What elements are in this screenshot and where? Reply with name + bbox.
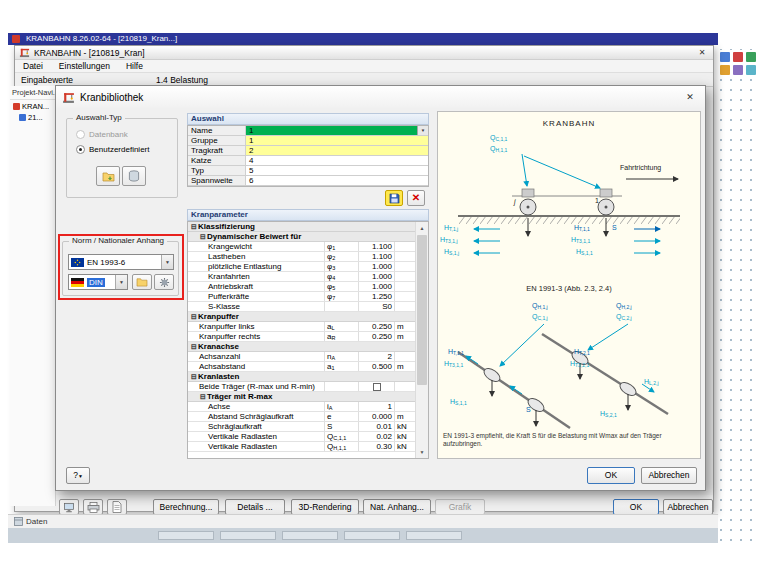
table-tab[interactable] bbox=[344, 531, 400, 540]
checkbox[interactable] bbox=[373, 383, 381, 391]
table-tab[interactable] bbox=[282, 531, 338, 540]
printer-button[interactable] bbox=[83, 499, 103, 515]
radio-datenbank[interactable]: Datenbank bbox=[76, 130, 128, 139]
import-crane-button[interactable] bbox=[96, 166, 120, 186]
radio-benutzerdefiniert[interactable]: Benutzerdefiniert bbox=[76, 145, 149, 154]
parameter-value[interactable] bbox=[359, 382, 395, 391]
dialog-titlebar[interactable]: Kranbibliothek ✕ bbox=[56, 86, 705, 108]
parameter-value[interactable]: 0.01 bbox=[359, 422, 395, 431]
current-section-label[interactable]: 1.4 Belastung bbox=[156, 75, 208, 85]
toolbar-icon[interactable] bbox=[746, 52, 756, 62]
scroll-up-icon[interactable]: ▲ bbox=[416, 222, 428, 234]
parameter-row[interactable]: Kranfahrtenφ41.000 bbox=[188, 272, 415, 282]
tree-collapse-icon[interactable]: ⊟ bbox=[190, 222, 198, 231]
parameter-value[interactable]: 1.000 bbox=[359, 262, 395, 271]
parameter-row[interactable]: ⊟Kranpuffer bbox=[188, 312, 415, 322]
database-button[interactable] bbox=[122, 166, 146, 186]
toolbar-icon[interactable] bbox=[720, 65, 730, 75]
report-button[interactable] bbox=[107, 499, 127, 515]
rendering-button[interactable]: 3D-Rendering bbox=[291, 499, 359, 515]
parameter-value[interactable]: 1 bbox=[359, 402, 395, 411]
selection-row-value[interactable]: 4 bbox=[246, 156, 428, 165]
parameter-row[interactable]: ⊟Kranachse bbox=[188, 342, 415, 352]
parameter-row[interactable]: ⊟Dynamischer Beiwert für bbox=[188, 232, 415, 242]
tree-collapse-icon[interactable]: ⊟ bbox=[190, 312, 198, 321]
parameter-value[interactable]: 1.100 bbox=[359, 242, 395, 251]
parameter-row[interactable]: Antriebskraftφ51.000 bbox=[188, 282, 415, 292]
scrollbar[interactable]: ▲ ▼ bbox=[415, 222, 428, 458]
graphic-print-button[interactable] bbox=[59, 499, 79, 515]
tree-collapse-icon[interactable]: ⊟ bbox=[199, 392, 207, 401]
selection-row-value[interactable]: 2 bbox=[246, 146, 428, 155]
parameter-row[interactable]: Achsabstanda10.500m bbox=[188, 362, 415, 372]
parameter-row[interactable]: ⊟Kranlasten bbox=[188, 372, 415, 382]
selection-row-value[interactable]: 1 bbox=[246, 136, 428, 145]
module-ok-button[interactable]: OK bbox=[613, 499, 659, 515]
delete-crane-button[interactable]: ✕ bbox=[407, 190, 425, 206]
parameter-row[interactable]: ⊟Träger mit R-max bbox=[188, 392, 415, 402]
parameter-row[interactable]: Lasthebenφ21.100 bbox=[188, 252, 415, 262]
chevron-down-icon[interactable]: ▼ bbox=[115, 275, 127, 289]
parameter-row[interactable]: Vertikale RadlastenQH,1,10.30kN bbox=[188, 442, 415, 452]
selection-row-value[interactable]: 1▼ bbox=[246, 126, 428, 135]
toolbar-icon[interactable] bbox=[720, 52, 730, 62]
parameter-row[interactable]: Kranpuffer linksaL0.250m bbox=[188, 322, 415, 332]
parameter-row[interactable]: AchsanzahlnA2 bbox=[188, 352, 415, 362]
parameter-value[interactable]: 1.250 bbox=[359, 292, 395, 301]
toolbar-icon[interactable] bbox=[733, 65, 743, 75]
parameter-row[interactable]: Vertikale RadlastenQC,1,10.02kN bbox=[188, 432, 415, 442]
parameter-value[interactable]: 0.250 bbox=[359, 322, 395, 331]
parameter-row[interactable]: AchseiA1 bbox=[188, 402, 415, 412]
tree-collapse-icon[interactable]: ⊟ bbox=[199, 232, 207, 241]
parameter-row[interactable]: S-KlasseS0 bbox=[188, 302, 415, 312]
parameter-value[interactable]: 1.000 bbox=[359, 282, 395, 291]
scroll-down-icon[interactable]: ▼ bbox=[416, 446, 428, 458]
radio-icon[interactable] bbox=[76, 130, 85, 139]
navigator-item[interactable]: 21... bbox=[10, 111, 55, 122]
menu-einstellungen[interactable]: Einstellungen bbox=[59, 61, 110, 71]
chevron-down-icon[interactable]: ▼ bbox=[161, 255, 173, 269]
national-annex-select[interactable]: DIN ▼ bbox=[68, 274, 128, 290]
berechnung-button[interactable]: Berechnung... bbox=[153, 499, 219, 515]
parameter-value[interactable]: 2 bbox=[359, 352, 395, 361]
norm-standard-select[interactable]: EN 1993-6 ▼ bbox=[68, 254, 174, 270]
parameter-row[interactable]: ⊟Klassifizierung bbox=[188, 222, 415, 232]
parameter-value[interactable]: 0.02 bbox=[359, 432, 395, 441]
selection-row-value[interactable]: 6 bbox=[246, 176, 428, 185]
parameter-value[interactable]: 1.000 bbox=[359, 272, 395, 281]
menu-datei[interactable]: Datei bbox=[23, 61, 43, 71]
table-tab[interactable] bbox=[406, 531, 462, 540]
close-icon[interactable]: ✕ bbox=[681, 89, 699, 105]
parameter-row[interactable]: SchräglaufkraftS0.01kN bbox=[188, 422, 415, 432]
radio-icon[interactable] bbox=[76, 145, 85, 154]
save-crane-button[interactable] bbox=[385, 190, 403, 206]
parameter-row[interactable]: Beide Träger (R-max und R-min) bbox=[188, 382, 415, 392]
toolbar-icon[interactable] bbox=[746, 65, 756, 75]
dialog-cancel-button[interactable]: Abbrechen bbox=[641, 467, 697, 484]
dropdown-arrow-icon[interactable]: ▼ bbox=[417, 126, 428, 135]
tree-collapse-icon[interactable]: ⊟ bbox=[190, 342, 198, 351]
dialog-ok-button[interactable]: OK bbox=[587, 467, 635, 484]
close-icon[interactable]: ✕ bbox=[695, 48, 709, 57]
parameter-value[interactable]: 0.500 bbox=[359, 362, 395, 371]
parameter-value[interactable]: 1.100 bbox=[359, 252, 395, 261]
module-titlebar[interactable]: KRANBAHN - [210819_Kran] ✕ bbox=[15, 46, 713, 60]
parameter-row[interactable]: Kranpuffer rechtsaR0.250m bbox=[188, 332, 415, 342]
parameter-row[interactable]: Krangewichtφ11.100 bbox=[188, 242, 415, 252]
annex-settings-button[interactable] bbox=[154, 274, 174, 290]
parameter-value[interactable]: S0 bbox=[359, 302, 395, 311]
table-tab[interactable] bbox=[158, 531, 214, 540]
nat-anhang-button[interactable]: Nat. Anhang... bbox=[363, 499, 431, 515]
tree-collapse-icon[interactable]: ⊟ bbox=[190, 372, 198, 381]
parameter-value[interactable]: 0.250 bbox=[359, 332, 395, 341]
help-button[interactable]: ?▼ bbox=[66, 467, 90, 484]
selection-row-value[interactable]: 5 bbox=[246, 166, 428, 175]
details-button[interactable]: Details ... bbox=[225, 499, 285, 515]
navigator-item[interactable]: KRAN... bbox=[10, 100, 55, 111]
menu-hilfe[interactable]: Hilfe bbox=[126, 61, 143, 71]
parameter-value[interactable]: 0.30 bbox=[359, 442, 395, 451]
annex-open-button[interactable] bbox=[132, 274, 152, 290]
toolbar-icon[interactable] bbox=[733, 52, 743, 62]
tab-eingabewerte[interactable]: Eingabewerte bbox=[21, 75, 73, 85]
module-cancel-button[interactable]: Abbrechen bbox=[663, 499, 713, 515]
